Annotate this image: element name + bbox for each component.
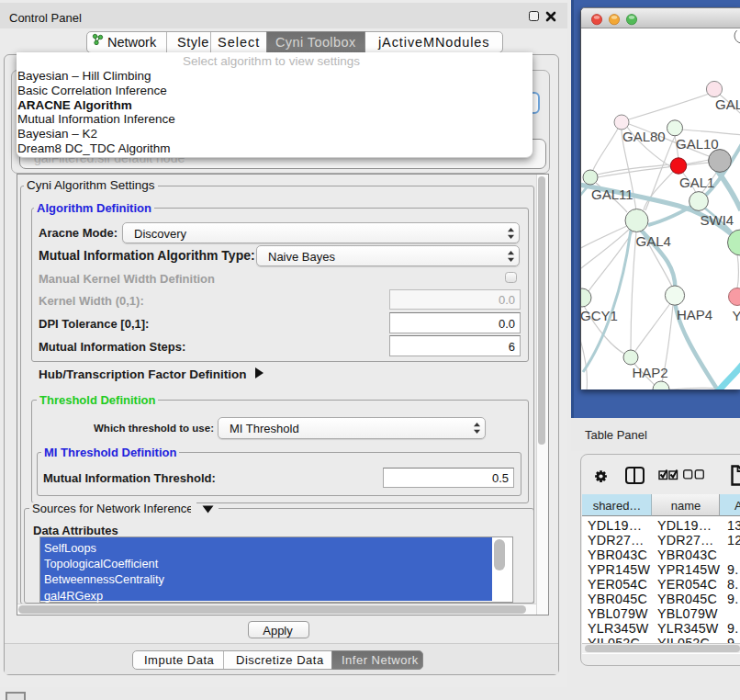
svg-text:GAL1: GAL1: [679, 175, 714, 190]
svg-text:GAL10: GAL10: [676, 136, 719, 152]
svg-text:Y: Y: [733, 308, 740, 323]
svg-text:GAL80: GAL80: [622, 129, 666, 144]
svg-text:HAP4: HAP4: [677, 307, 712, 322]
svg-text:HAP2: HAP2: [633, 365, 668, 380]
svg-text:GAL4: GAL4: [636, 233, 671, 249]
svg-text:GAL11: GAL11: [591, 186, 633, 202]
svg-text:GCY1: GCY1: [581, 308, 618, 323]
svg-text:GAL: GAL: [715, 96, 740, 112]
svg-text:SWI4: SWI4: [701, 212, 734, 228]
